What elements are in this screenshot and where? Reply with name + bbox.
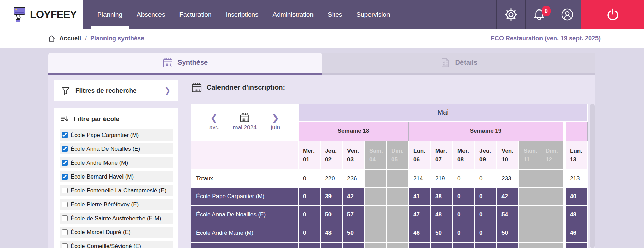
day-name: Jeu.	[479, 148, 496, 154]
chevron-left-icon: ❮	[210, 113, 218, 122]
data-cell	[519, 170, 541, 188]
nav-item-sites[interactable]: Sites	[321, 0, 349, 29]
tab-details-label: Détails	[455, 59, 477, 66]
school-checkbox[interactable]	[62, 229, 68, 235]
school-filter-item[interactable]: École André Marie (M)	[60, 157, 173, 168]
day-name: Dim.	[546, 148, 563, 154]
calendar-icon	[240, 112, 250, 123]
data-cell: 42	[497, 188, 519, 206]
calendar-icon	[191, 82, 202, 93]
current-month-button[interactable]: mai 2024	[233, 113, 257, 131]
table-scrollbar[interactable]	[590, 104, 595, 248]
school-filter-item[interactable]: École de Sainte Austreberthe (E-M)	[60, 213, 173, 224]
school-filter-item[interactable]: École Corneille/Sévigné (E)	[60, 241, 173, 248]
data-cell: 0	[475, 188, 497, 206]
data-cell	[387, 188, 409, 206]
data-cell: 46	[409, 224, 431, 243]
data-cell	[541, 243, 563, 248]
breadcrumb: Accueil / Planning synthèse ECO Restaura…	[0, 29, 644, 48]
day-name: Mer.	[457, 148, 474, 154]
school-checkbox[interactable]	[62, 160, 68, 166]
data-cell: 47	[409, 206, 431, 224]
breadcrumb-current: Planning synthèse	[90, 35, 144, 42]
week-header: Semaine 19	[409, 122, 563, 141]
search-filters-title: Filtres de recherche	[75, 87, 137, 95]
data-cell: 48	[566, 206, 588, 224]
school-checkbox[interactable]	[62, 243, 68, 248]
day-header: Jeu.02	[321, 141, 343, 170]
logout-button[interactable]	[581, 0, 644, 29]
day-header: Mer.01	[299, 141, 321, 170]
day-number: 01	[303, 156, 320, 163]
tab-synthese[interactable]: Synthèse	[48, 53, 322, 75]
school-filter-item[interactable]: École Pape Carpantier (M)	[60, 129, 173, 141]
home-icon[interactable]	[48, 35, 56, 43]
day-header: Lun.13	[566, 141, 588, 170]
data-cell	[519, 188, 541, 206]
data-cell: 0	[299, 188, 321, 206]
nav-item-facturation[interactable]: Facturation	[172, 0, 219, 29]
gap-column	[563, 224, 566, 243]
top-navbar: LOYFEEY PlanningAbsencesFacturationInscr…	[0, 0, 644, 29]
data-cell	[519, 206, 541, 224]
tab-details[interactable]: Détails	[322, 53, 596, 75]
day-name: Dim.	[391, 148, 408, 154]
day-name: Jeu.	[325, 148, 342, 154]
day-number: 04	[369, 156, 386, 163]
data-cell	[497, 243, 519, 248]
data-cell: 46	[566, 224, 588, 243]
user-icon	[561, 8, 574, 21]
school-checkbox[interactable]	[62, 174, 68, 180]
app-logo[interactable]: LOYFEEY	[0, 0, 83, 29]
notifications-button[interactable]: 0	[525, 0, 553, 29]
calendar-month-nav: ❮ avr. mai 2024 ❯ juin	[191, 104, 299, 141]
school-filter-item[interactable]: École Bernard Havel (M)	[60, 171, 173, 182]
data-cell: 0	[453, 188, 475, 206]
gap-column	[563, 170, 566, 188]
school-filter-item[interactable]: École Pierre Béréfovoy (E)	[60, 199, 173, 210]
nav-item-supervision[interactable]: Supervision	[349, 0, 397, 29]
school-filter-item[interactable]: École Anna De Noailles (E)	[60, 143, 173, 154]
data-cell: 219	[431, 170, 453, 188]
data-cell: 50	[321, 206, 343, 224]
school-filter-header: Filtre par école	[60, 115, 173, 123]
search-filters-header[interactable]: Filtres de recherche ❯	[54, 80, 178, 101]
nav-item-absences[interactable]: Absences	[130, 0, 172, 29]
school-filter-item[interactable]: École Marcel Dupré (E)	[60, 227, 173, 238]
nav-item-inscriptions[interactable]: Inscriptions	[219, 0, 265, 29]
funnel-icon	[61, 86, 70, 95]
data-cell	[431, 243, 453, 248]
data-cell: 213	[566, 170, 588, 188]
logo-text: LOYFEEY	[30, 8, 77, 21]
inscription-table: ❮ avr. mai 2024 ❯ juin MaiSemaine 18Sema…	[191, 104, 588, 248]
data-cell: 0	[299, 224, 321, 243]
school-checkbox[interactable]	[62, 188, 68, 193]
data-cell	[519, 243, 541, 248]
day-number: 13	[570, 156, 587, 163]
school-checkbox[interactable]	[62, 202, 68, 207]
power-icon	[606, 8, 620, 21]
school-label: École Anna De Noailles (E)	[71, 146, 140, 152]
school-checkbox[interactable]	[62, 215, 68, 221]
day-number: 07	[435, 156, 452, 163]
data-cell: 0	[453, 224, 475, 243]
prev-month-button[interactable]: ❮ avr.	[209, 113, 219, 131]
chevron-right-icon: ❯	[272, 113, 279, 122]
data-cell	[365, 224, 387, 243]
school-checkbox[interactable]	[62, 132, 68, 138]
gap-column	[563, 188, 566, 206]
nav-item-administration[interactable]: Administration	[266, 0, 321, 29]
nav-item-planning[interactable]: Planning	[90, 0, 130, 29]
school-checkbox[interactable]	[62, 146, 68, 152]
day-number: 11	[524, 156, 541, 163]
settings-button[interactable]	[496, 0, 525, 29]
tab-bar: Synthèse Détails	[48, 53, 595, 75]
data-cell: 48	[321, 224, 343, 243]
tab-synthese-label: Synthèse	[177, 59, 208, 66]
school-label: École Corneille/Sévigné (E)	[71, 243, 141, 248]
breadcrumb-home[interactable]: Accueil	[59, 35, 81, 42]
next-month-button[interactable]: ❯ juin	[271, 113, 280, 131]
school-filter-item[interactable]: École Fontenelle La Champmeslé (E)	[60, 185, 173, 196]
account-button[interactable]	[553, 0, 581, 29]
chevron-right-icon[interactable]: ❯	[165, 86, 171, 95]
